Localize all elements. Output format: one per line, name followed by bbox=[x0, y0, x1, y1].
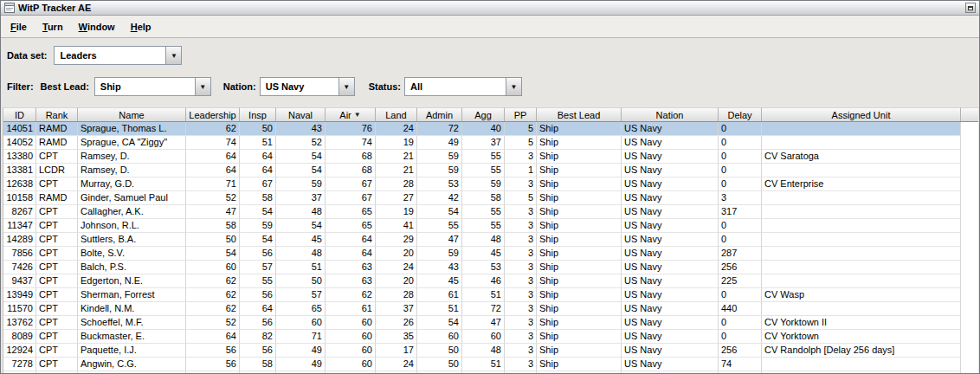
table-row[interactable]: 12638CPTMurray, G.D.716759672853593ShipU… bbox=[3, 177, 978, 191]
cell-name: Paquette, I.J. bbox=[78, 344, 186, 358]
table-row[interactable]: 7278CPTAngwin, C.G.565849602450513ShipUS… bbox=[3, 358, 978, 371]
column-header-delay[interactable]: Delay bbox=[719, 107, 762, 121]
combo-arrow-icon[interactable]: ▼ bbox=[165, 47, 181, 64]
dataset-label: Data set: bbox=[7, 46, 47, 65]
column-header-label: Name bbox=[119, 110, 144, 120]
cell-admin: 72 bbox=[417, 122, 462, 136]
menu-item-turn[interactable]: Turn bbox=[35, 18, 71, 35]
column-header-nation[interactable]: Nation bbox=[622, 107, 719, 121]
table-row[interactable]: 7426CPTBalch, P.S.605751632443533ShipUS … bbox=[3, 261, 978, 274]
column-header-assigned_unit[interactable]: Assigned Unit bbox=[762, 107, 961, 121]
table-row[interactable]: 7857CPTThomas, W.565149592450513ShipUS N… bbox=[3, 371, 978, 373]
cell-naval: 49 bbox=[276, 371, 326, 373]
cell-id: 12924 bbox=[3, 344, 36, 358]
cell-air: 60 bbox=[326, 330, 376, 344]
best-lead-filter-combo[interactable]: Ship ▼ bbox=[94, 77, 211, 96]
cell-naval: 45 bbox=[276, 233, 326, 247]
table-row[interactable]: 11347CPTJohnson, R.L.585954654155553Ship… bbox=[3, 219, 978, 233]
cell-leadership: 54 bbox=[186, 247, 240, 261]
table-row[interactable]: 13949CPTSherman, Forrest625657622861513S… bbox=[3, 288, 978, 302]
combo-arrow-icon[interactable]: ▼ bbox=[506, 78, 521, 95]
table-row[interactable]: 10158RAMDGinder, Samuel Paul525837672742… bbox=[3, 191, 978, 205]
column-header-naval[interactable]: Naval bbox=[276, 107, 326, 121]
cell-insp: 64 bbox=[240, 150, 276, 164]
table-row[interactable]: 13381LCDRRamsey, D.646454682159551ShipUS… bbox=[3, 164, 978, 177]
table-row[interactable]: 13380CPTRamsey, D.646454682159553ShipUS … bbox=[3, 150, 978, 164]
table-row[interactable]: 14052RAMDSprague, CA "Ziggy"745152741949… bbox=[3, 136, 978, 150]
menu-item-window[interactable]: Window bbox=[71, 18, 123, 35]
table-row[interactable]: 13762CPTSchoeffel, M.F.525660602654473Sh… bbox=[3, 316, 978, 330]
cell-delay: 256 bbox=[719, 344, 762, 358]
best-lead-combo-value: Ship bbox=[95, 78, 195, 95]
cell-rank: RAMD bbox=[36, 136, 78, 150]
column-header-land[interactable]: Land bbox=[376, 107, 417, 121]
cell-naval: 48 bbox=[276, 247, 326, 261]
cell-land: 28 bbox=[376, 177, 417, 191]
dataset-row: Data set: Leaders ▼ bbox=[1, 38, 979, 68]
cell-admin: 47 bbox=[417, 233, 462, 247]
cell-pp: 3 bbox=[505, 274, 537, 288]
column-header-pp[interactable]: PP bbox=[505, 107, 537, 121]
combo-arrow-icon[interactable]: ▼ bbox=[195, 78, 210, 95]
table-row[interactable]: 8089CPTBuckmaster, E.648271603560603Ship… bbox=[3, 330, 978, 344]
table-row[interactable]: 7856CPTBolte, S.V.545648642059453ShipUS … bbox=[3, 247, 978, 261]
filter-label: Filter: bbox=[7, 77, 34, 96]
dataset-combo[interactable]: Leaders ▼ bbox=[54, 46, 182, 65]
column-header-name[interactable]: Name bbox=[78, 107, 186, 121]
cell-id: 12638 bbox=[3, 177, 36, 191]
menu-item-help[interactable]: Help bbox=[123, 18, 159, 35]
cell-admin: 50 bbox=[417, 344, 462, 358]
cell-land: 35 bbox=[376, 330, 417, 344]
status-filter-combo[interactable]: All ▼ bbox=[404, 77, 522, 96]
column-header-air[interactable]: Air▼ bbox=[326, 107, 376, 121]
cell-agg: 51 bbox=[462, 288, 505, 302]
column-header-id[interactable]: ID bbox=[3, 107, 36, 121]
column-header-best_lead[interactable]: Best Lead bbox=[537, 107, 622, 121]
cell-delay: 74 bbox=[719, 358, 762, 371]
maximize-button[interactable] bbox=[965, 3, 976, 13]
cell-agg: 48 bbox=[462, 344, 505, 358]
cell-delay: 225 bbox=[719, 274, 762, 288]
cell-pp: 3 bbox=[505, 261, 537, 274]
table-row[interactable]: 14289CPTSuttlers, B.A.505445642947483Shi… bbox=[3, 233, 978, 247]
cell-name: Sprague, CA "Ziggy" bbox=[78, 136, 186, 150]
table-row[interactable]: 11570CPTKindell, N.M.626465613751723Ship… bbox=[3, 302, 978, 316]
cell-nation: US Navy bbox=[622, 191, 719, 205]
column-header-label: ID bbox=[15, 110, 24, 120]
cell-id: 14289 bbox=[3, 233, 36, 247]
menu-item-file[interactable]: File bbox=[3, 18, 35, 35]
table-row[interactable]: 12924CPTPaquette, I.J.565649601750483Shi… bbox=[3, 344, 978, 358]
cell-leadership: 62 bbox=[186, 122, 240, 136]
column-header-insp[interactable]: Insp bbox=[240, 107, 276, 121]
cell-leadership: 64 bbox=[186, 150, 240, 164]
cell-best_lead: Ship bbox=[537, 205, 622, 219]
column-header-rank[interactable]: Rank bbox=[36, 107, 78, 121]
column-header-admin[interactable]: Admin bbox=[417, 107, 462, 121]
cell-agg: 51 bbox=[462, 371, 505, 373]
cell-assigned_unit bbox=[762, 247, 961, 261]
cell-best_lead: Ship bbox=[537, 371, 622, 373]
combo-arrow-icon[interactable]: ▼ bbox=[338, 78, 354, 95]
table-row[interactable]: 14051RAMDSprague, Thomas L.6250437624724… bbox=[3, 122, 978, 136]
title-bar[interactable]: WitP Tracker AE bbox=[1, 1, 979, 16]
cell-best_lead: Ship bbox=[537, 274, 622, 288]
column-header-leadership[interactable]: Leadership bbox=[186, 107, 240, 121]
cell-rank: CPT bbox=[36, 330, 78, 344]
nation-filter-combo[interactable]: US Navy ▼ bbox=[260, 77, 355, 96]
cell-id: 7857 bbox=[3, 371, 36, 373]
cell-admin: 60 bbox=[417, 330, 462, 344]
table-row[interactable]: 8267CPTCallagher, A.K.475448651954553Shi… bbox=[3, 205, 978, 219]
cell-admin: 59 bbox=[417, 164, 462, 177]
cell-land: 24 bbox=[376, 371, 417, 373]
cell-naval: 49 bbox=[276, 358, 326, 371]
cell-naval: 57 bbox=[276, 288, 326, 302]
best-lead-label: Best Lead: bbox=[41, 77, 89, 96]
cell-air: 65 bbox=[326, 205, 376, 219]
cell-delay: 0 bbox=[719, 177, 762, 191]
cell-air: 61 bbox=[326, 302, 376, 316]
table-row[interactable]: 9437CPTEdgerton, N.E.625550632045463Ship… bbox=[3, 274, 978, 288]
column-header-agg[interactable]: Agg bbox=[462, 107, 505, 121]
cell-nation: US Navy bbox=[622, 302, 719, 316]
cell-leadership: 56 bbox=[186, 358, 240, 371]
cell-rank: CPT bbox=[36, 233, 78, 247]
